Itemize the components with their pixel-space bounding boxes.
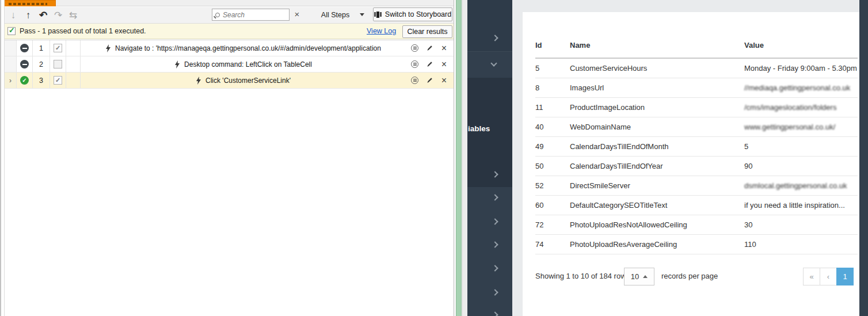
- chevron-down-icon[interactable]: [490, 60, 497, 66]
- splitter-scrollbar[interactable]: [456, 0, 462, 316]
- cell-name: PhotoUploadResAverageCeiling: [570, 234, 744, 254]
- lightning-icon: [196, 77, 201, 85]
- nav-item-variables-label[interactable]: iables: [468, 124, 490, 133]
- step-label: Desktop command: LeftClick on TableCell: [184, 60, 312, 68]
- step-checkbox-cell: ✓: [50, 73, 66, 88]
- lightning-icon: [174, 60, 180, 68]
- step-expander[interactable]: [5, 40, 17, 56]
- panel-splitter[interactable]: [454, 0, 467, 316]
- cell-id: 49: [535, 136, 570, 156]
- tab-bar: [0, 0, 454, 6]
- step-actions: ×: [404, 40, 454, 56]
- step-expander[interactable]: [5, 56, 17, 72]
- redo-icon[interactable]: ↷: [51, 10, 66, 20]
- step-checkbox[interactable]: [54, 60, 62, 68]
- step-checkbox-cell: [50, 56, 66, 72]
- step-description: Navigate to : 'https://manageqa.gettingp…: [81, 40, 404, 56]
- edit-step-icon[interactable]: [426, 60, 433, 68]
- step-checkbox[interactable]: ✓: [54, 44, 62, 52]
- move-step-up-icon[interactable]: ↑: [21, 10, 36, 20]
- run-result-message: Pass - 1 passed out of total 1 executed.: [20, 27, 146, 35]
- page-background-edge: [859, 0, 868, 316]
- move-step-down-icon[interactable]: ↓: [6, 10, 21, 20]
- step-row[interactable]: 2Desktop command: LeftClick on TableCell…: [5, 56, 454, 73]
- step-row[interactable]: 1✓Navigate to : 'https://manageqa.gettin…: [5, 40, 454, 56]
- table-row: 11ProductImageLocation/cms/imageslocatio…: [535, 97, 858, 117]
- step-actions: ×: [404, 56, 454, 72]
- screenshot-root: ↓ ↑ ↶ ↷ ⇆ × All Steps Switch to Storyboa…: [0, 0, 868, 316]
- splitter-gap: [462, 0, 467, 316]
- step-description: Click 'CustomerServiceLink': [81, 73, 404, 88]
- search-input[interactable]: [223, 11, 286, 19]
- edit-step-icon[interactable]: [426, 77, 433, 84]
- cell-value: 90: [744, 156, 858, 176]
- table-row: 52DirectSmileServerdsmlocal.gettingperso…: [535, 176, 858, 195]
- variables-card: Id Name Value 5CustomerServiceHoursMonda…: [523, 12, 859, 316]
- cell-name: ImagesUrl: [570, 78, 744, 97]
- chevron-right-icon[interactable]: [492, 218, 498, 224]
- chevron-right-icon[interactable]: [492, 265, 498, 271]
- step-expander[interactable]: ›: [5, 73, 17, 88]
- chevron-right-icon[interactable]: [492, 289, 498, 295]
- step-actions: ×: [404, 73, 454, 88]
- delete-step-icon[interactable]: ×: [441, 76, 447, 85]
- table-body: 5CustomerServiceHoursMonday - Friday 9:0…: [535, 58, 858, 254]
- delete-step-icon[interactable]: ×: [441, 44, 447, 53]
- cell-id: 11: [535, 97, 570, 117]
- step-checkbox-cell: ✓: [50, 40, 66, 56]
- chevron-down-icon: [360, 13, 364, 16]
- page-button[interactable]: ‹: [820, 268, 837, 285]
- clear-search-icon[interactable]: ×: [292, 8, 302, 21]
- step-status-cell: ✓: [17, 73, 33, 88]
- pass-result-icon: [7, 27, 16, 35]
- switch-to-storyboard-button[interactable]: Switch to Storyboard: [373, 7, 452, 21]
- chevron-right-icon[interactable]: [492, 194, 498, 200]
- step-number: 2: [33, 56, 50, 72]
- view-log-link[interactable]: View Log: [367, 24, 396, 39]
- cell-name: WebDomainName: [570, 117, 744, 136]
- page-size-select[interactable]: 10: [624, 268, 654, 285]
- clear-results-button[interactable]: Clear results: [402, 25, 452, 38]
- cell-id: 72: [535, 215, 570, 234]
- step-pause-icon[interactable]: [411, 44, 418, 52]
- step-checkbox[interactable]: ✓: [54, 76, 62, 85]
- storyboard-icon: [374, 12, 382, 18]
- step-number: 1: [33, 40, 50, 56]
- table-row: 49CalendarDaysTillEndOfMonth5: [535, 136, 858, 156]
- table-row: 40WebDomainNamewww.gettingpersonal.co.uk…: [535, 117, 858, 136]
- variables-table: Id Name Value 5CustomerServiceHoursMonda…: [535, 41, 858, 254]
- step-spacer-cell: [66, 56, 81, 72]
- step-label: Navigate to : 'https://manageqa.gettingp…: [115, 44, 381, 52]
- step-filter-label: All Steps: [321, 11, 349, 19]
- step-filter-dropdown[interactable]: All Steps: [315, 8, 370, 21]
- edit-step-icon[interactable]: [426, 44, 433, 52]
- cell-id: 5: [535, 58, 570, 78]
- cell-value: //mediaqa.gettingpersonal.co.uk: [744, 78, 858, 97]
- cell-id: 74: [535, 234, 570, 254]
- reorder-steps-icon[interactable]: ⇆: [66, 10, 81, 20]
- step-pause-icon[interactable]: [411, 77, 418, 84]
- cell-name: PhotoUploadResNotAllowedCeiling: [570, 215, 744, 234]
- page-button[interactable]: «: [803, 268, 820, 285]
- step-label: Click 'CustomerServiceLink': [205, 77, 291, 85]
- step-spacer-cell: [66, 40, 81, 56]
- cell-value: www.gettingpersonal.co.uk/: [744, 117, 858, 136]
- active-test-tab[interactable]: [3, 0, 56, 6]
- step-pause-icon[interactable]: [411, 60, 418, 68]
- page-button-active[interactable]: 1: [836, 268, 854, 285]
- cell-value: dsmlocal.gettingpersonal.co.uk: [744, 176, 858, 195]
- step-row[interactable]: ›✓3✓Click 'CustomerServiceLink'×: [5, 73, 454, 89]
- undo-icon[interactable]: ↶: [36, 10, 51, 20]
- cell-name: DirectSmileServer: [570, 176, 744, 195]
- chevron-right-icon[interactable]: [492, 311, 498, 316]
- cell-id: 40: [535, 117, 570, 136]
- column-header-id: Id: [535, 41, 570, 58]
- cell-name: CustomerServiceHours: [570, 58, 744, 78]
- delete-step-icon[interactable]: ×: [441, 60, 447, 69]
- cell-id: 8: [535, 78, 570, 97]
- chevron-right-icon[interactable]: [492, 241, 498, 248]
- cell-value: 110: [744, 234, 858, 254]
- pagination: «‹1: [804, 268, 854, 285]
- column-header-name: Name: [570, 41, 744, 58]
- step-description: Desktop command: LeftClick on TableCell: [81, 56, 404, 72]
